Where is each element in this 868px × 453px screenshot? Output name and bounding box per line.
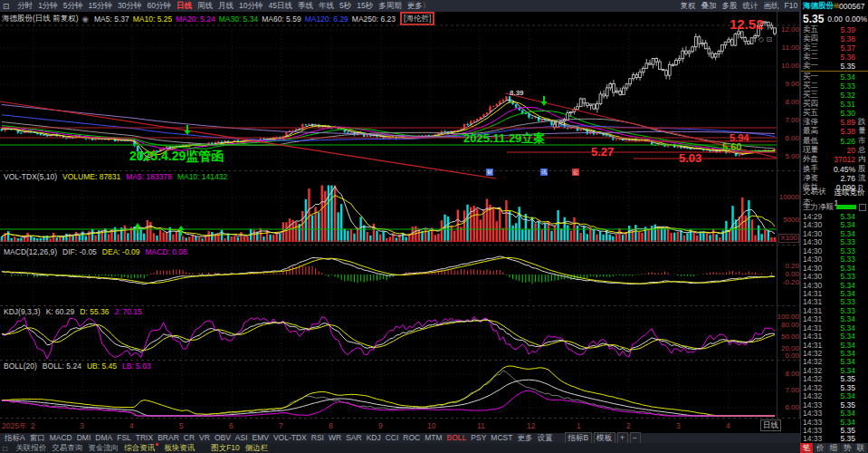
panel-tab-1[interactable]: 价 [814, 443, 826, 453]
panel-bottom-tabs: 笔价细势联 [800, 443, 868, 453]
tick-row-3: 14:305.33 [801, 238, 868, 246]
kdj-legend: KDJ(9,3,3)K: 60.29D: 55.36J: 70.15 [2, 307, 144, 316]
main-axis-label-2: 10.00 [781, 63, 799, 70]
chart-annotation-2: 2025.4.29监管函 [129, 149, 224, 162]
trade-status-row: 交易状态:连续竞价 1 [801, 192, 868, 202]
event-marker-2[interactable]: 公 [572, 169, 579, 176]
chart-annotation-0: 12.52 [730, 17, 764, 31]
info-tab-3[interactable]: 综合资讯 [121, 443, 161, 453]
info-tabs: 关联报价交易查询资金流向综合资讯板块资讯 [10, 443, 200, 453]
date-label-2: 3 [80, 421, 84, 430]
indicator-tab-21[interactable]: BOLL [444, 433, 469, 444]
tick-row-21: 14:325.34 [801, 391, 868, 400]
price-row: 5.350.000.00% [801, 12, 868, 25]
date-axis: 2025年234567891011121234 [0, 419, 800, 433]
tick-row-26: 14:335.35 [801, 435, 868, 443]
tick-row-11: 14:315.33 [801, 306, 868, 314]
macd-legend-item-2: DEA: -0.09 [100, 247, 142, 256]
tick-row-15: 14:315.34 [801, 341, 868, 349]
tick-row-19: 14:325.35 [801, 375, 868, 383]
indicator-tab-17[interactable]: KDJ [364, 433, 383, 444]
indicator-tab-23[interactable]: MCST [489, 433, 515, 444]
ask-price-0: 5.39 [840, 25, 867, 34]
stock-code: 000567 [839, 2, 864, 11]
tick-row-4: 14:305.33 [801, 246, 868, 255]
indicator-tab-20[interactable]: MTM [423, 433, 444, 444]
kdj-legend-item-2: D: 55.36 [78, 307, 110, 316]
indicator-tab-24[interactable]: 更多 [515, 433, 535, 444]
indicator-tab-25[interactable]: 设置 [535, 433, 555, 444]
date-label-13: 2 [626, 421, 631, 430]
window-icon[interactable]: □ [0, 444, 10, 453]
tick-row-9: 14:315.34 [801, 289, 868, 297]
right-link-1[interactable]: 侧边栏 [243, 443, 272, 453]
info-tab-1[interactable]: 交易查询 [49, 443, 85, 453]
bid-price-0: 5.34 [840, 72, 867, 82]
boll-axis-label-1: 7.00 [785, 387, 799, 394]
main-axis-label-4: 8.00 [785, 99, 799, 106]
chart-corner-icons[interactable]: ◇ ⊡ [758, 35, 772, 43]
date-label-3: 4 [129, 421, 134, 430]
chart-annotation-4: 5.27 [591, 146, 614, 158]
kdj-legend-item-1: K: 60.29 [44, 307, 77, 316]
date-label-7: 8 [329, 421, 333, 430]
main-force-bar [836, 205, 856, 209]
ask-price-3: 5.36 [840, 53, 867, 62]
panel-tab-2[interactable]: 细 [827, 443, 840, 453]
ask-row-4: 卖一5.35 [801, 62, 868, 71]
indicator-tab-14[interactable]: RSI [309, 433, 326, 444]
main-axis-label-0: 12.00 [781, 26, 799, 34]
last-price: 5.35 [803, 13, 824, 25]
right-panel: 海德股份融0005675.350.000.00%卖五5.39卖四5.38卖三5.… [800, 0, 868, 443]
macd-axis-label-0: 0.20 [785, 263, 799, 270]
main-force-box [859, 204, 866, 211]
event-marker-1[interactable]: 讯 [540, 169, 548, 176]
tick-row-20: 14:325.35 [801, 383, 868, 391]
price-change: 0.00 [827, 14, 843, 24]
date-label-15: 4 [726, 421, 730, 430]
info-tab-2[interactable]: 资金流向 [85, 443, 121, 453]
boll-axis-label-0: 8.00 [785, 371, 799, 378]
boll-legend-item-2: UB: 5.45 [85, 361, 119, 371]
indicator-tab-16[interactable]: SAR [344, 433, 364, 444]
tick-row-17: 14:325.34 [801, 358, 868, 366]
right-links: 图文F10侧边栏 [205, 443, 273, 453]
right-link-0[interactable]: 图文F10 [208, 443, 243, 453]
macd-legend-item-3: MACD: 0.08 [143, 247, 188, 256]
indicator-tab-13[interactable]: VOL-TDX [271, 433, 309, 444]
ask-price-4: 5.35 [840, 62, 867, 71]
chart-annotation-3: 2025.11.29立案 [463, 132, 545, 144]
panel-tab-4[interactable]: 联 [854, 443, 867, 453]
tick-row-0: 14:295.34 [801, 212, 868, 220]
chart-annotation-5: 5.03 [679, 152, 701, 164]
indicator-tab-19[interactable]: ROC [401, 433, 423, 444]
info-tab-0[interactable]: 关联报价 [13, 443, 49, 453]
info-tab-bar: □ 关联报价交易查询资金流向综合资讯板块资讯 图文F10侧边栏 [0, 443, 868, 453]
bid-price-2: 5.32 [840, 91, 867, 100]
volume-legend-item-2: MA5: 183378 [124, 172, 174, 181]
date-label-11: 12 [527, 421, 535, 430]
info-tab-4[interactable]: 板块资讯 [161, 443, 197, 453]
panel-tab-3[interactable]: 势 [841, 443, 854, 453]
tick-row-16: 14:325.34 [801, 349, 868, 357]
kdj-axis-label-0: 100.00 [777, 313, 799, 321]
boll-axis-label-2: 6.00 [785, 404, 799, 411]
tick-row-24: 14:335.34 [801, 418, 868, 426]
macd-legend-item-0: MACD(12,26,9) [2, 247, 59, 256]
kdj-axis-label-1: 80.00 [781, 322, 799, 329]
event-marker-0[interactable]: 财 [486, 169, 493, 176]
indicator-tab-18[interactable]: CCI [383, 433, 401, 444]
indicator-tab-22[interactable]: PSY [469, 433, 489, 444]
price-change-pct: 0.00% [845, 14, 867, 24]
indicator-tab-15[interactable]: WR [326, 433, 343, 444]
period-indicator-box[interactable]: 日线 [760, 419, 781, 431]
boll-legend: BOLL(20)BOLL: 5.24UB: 5.45LB: 5.03 [2, 361, 153, 371]
macd-legend-item-1: DIF: -0.05 [61, 247, 99, 256]
stock-name: 海德股份 [803, 1, 834, 12]
tick-time-26: 14:33 [803, 434, 822, 443]
main-axis-label-1: 11.00 [782, 44, 799, 52]
panel-tab-0[interactable]: 笔 [800, 443, 813, 453]
chart-canvas[interactable] [0, 0, 802, 419]
price-axis-strip: 12.0011.0010.009.008.007.006.005.0010000… [777, 0, 800, 419]
vol-axis-label-0: 10000 [779, 194, 799, 201]
